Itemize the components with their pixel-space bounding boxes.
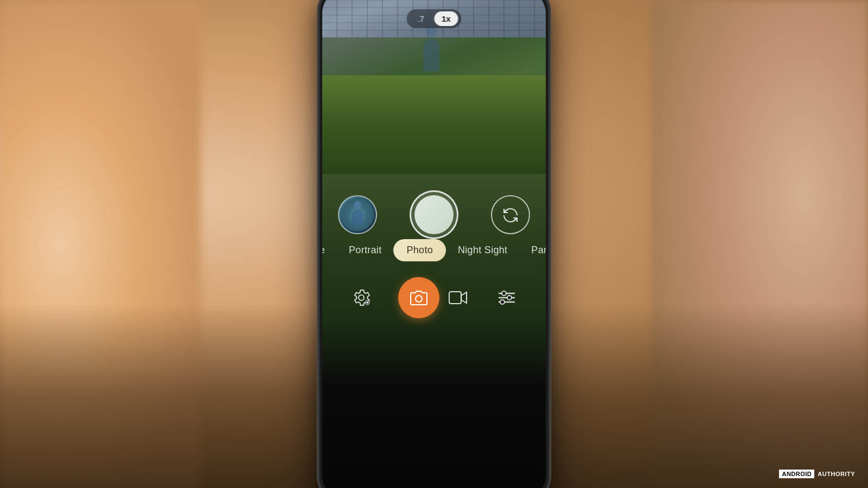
watermark: ANDROID AUTHORITY [779,470,855,478]
shutter-inner [414,195,454,234]
settings-button[interactable] [348,285,374,311]
bottom-controls [322,277,546,318]
watermark-brand: ANDROID [779,470,814,478]
adjust-icon [497,288,516,307]
thumb-head [354,201,361,209]
adjust-button[interactable] [494,285,520,311]
capture-shutter-button[interactable] [398,277,439,318]
watermark-suffix: AUTHORITY [818,471,855,477]
thumb-body [352,210,363,225]
svg-rect-2 [449,292,461,304]
svg-point-1 [416,296,422,302]
flip-icon [501,205,520,224]
svg-point-8 [500,300,505,304]
camera-ui-panel: Add Me Portrait Photo Night Sight Panora… [322,174,546,488]
video-mode-button[interactable] [447,286,470,309]
camera-viewfinder: .7 1x [322,0,546,195]
flip-camera-button[interactable] [491,195,530,234]
viewfinder-person [418,27,445,81]
mode-panorama[interactable]: Panorama [519,239,546,261]
mode-portrait[interactable]: Portrait [337,239,393,261]
gallery-thumbnail[interactable] [338,195,377,234]
zoom-controls: .7 1x [406,9,461,28]
capture-toggle [398,277,470,318]
gallery-thumb-inner [341,198,374,231]
mode-photo[interactable]: Photo [393,239,446,261]
shutter-button[interactable] [410,190,458,239]
mode-night-sight[interactable]: Night Sight [446,239,519,261]
thumb-person [349,201,366,228]
mode-selector: Add Me Portrait Photo Night Sight Panora… [322,239,546,261]
camera-icon [409,288,429,307]
zoom-1x-button[interactable]: 1x [434,11,458,26]
phone-screen: .7 1x [322,0,546,488]
zoom-07-button[interactable]: .7 [410,11,432,26]
mode-add-me[interactable]: Add Me [322,239,337,261]
settings-icon [351,287,372,308]
camera-control-row [322,190,546,239]
svg-point-6 [507,296,512,300]
svg-point-4 [502,291,506,296]
phone-frame: .7 1x [317,0,551,488]
video-icon [449,290,468,306]
